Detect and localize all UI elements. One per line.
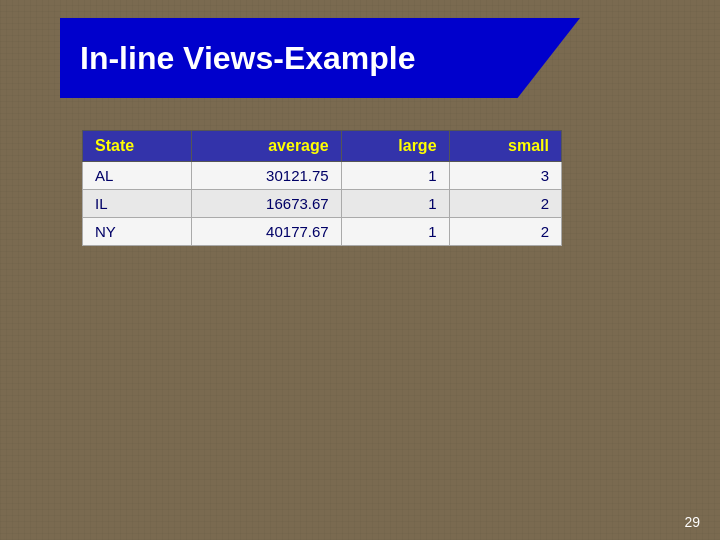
table-cell: NY: [83, 218, 192, 246]
page-number: 29: [684, 514, 700, 530]
title-banner: In-line Views-Example: [60, 18, 580, 98]
table-cell: 30121.75: [192, 162, 341, 190]
col-header-small: small: [449, 131, 561, 162]
table-cell: 1: [341, 218, 449, 246]
table-cell: 1: [341, 190, 449, 218]
table-cell: AL: [83, 162, 192, 190]
col-header-state: State: [83, 131, 192, 162]
table-cell: 2: [449, 190, 561, 218]
slide-title: In-line Views-Example: [80, 40, 416, 77]
col-header-average: average: [192, 131, 341, 162]
table-cell: 40177.67: [192, 218, 341, 246]
table-cell: IL: [83, 190, 192, 218]
table-wrapper: State average large small AL30121.7513IL…: [82, 130, 562, 246]
slide-container: In-line Views-Example State average larg…: [0, 0, 720, 540]
table-cell: 16673.67: [192, 190, 341, 218]
col-header-large: large: [341, 131, 449, 162]
table-row: IL16673.6712: [83, 190, 562, 218]
table-cell: 3: [449, 162, 561, 190]
table-header-row: State average large small: [83, 131, 562, 162]
table-row: AL30121.7513: [83, 162, 562, 190]
table-cell: 1: [341, 162, 449, 190]
table-cell: 2: [449, 218, 561, 246]
data-table: State average large small AL30121.7513IL…: [82, 130, 562, 246]
table-row: NY40177.6712: [83, 218, 562, 246]
